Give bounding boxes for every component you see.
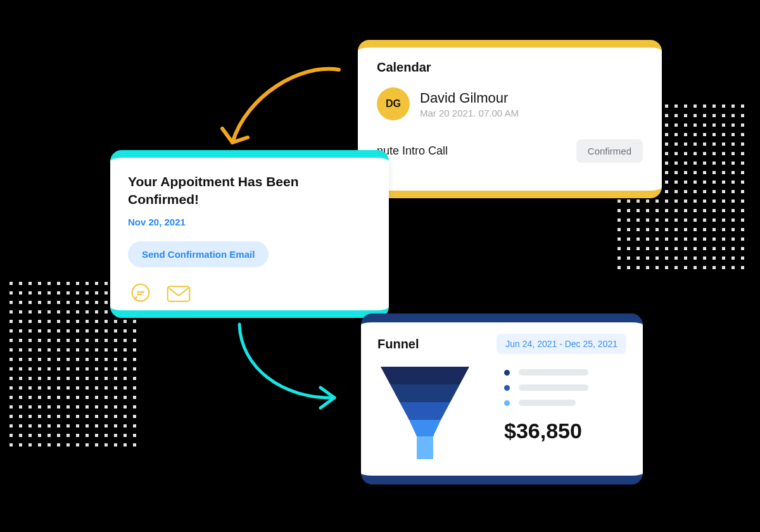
legend-dot-icon [504, 370, 510, 376]
legend-dot-icon [504, 385, 510, 391]
email-icon[interactable] [166, 281, 191, 307]
arrow-cyan-icon [228, 317, 355, 418]
calendar-contact: DG David Gilmour Mar 20 2021. 07.00 AM [377, 87, 643, 120]
send-confirmation-button[interactable]: Send Confirmation Email [128, 241, 269, 267]
legend-item [504, 369, 626, 376]
legend-item [504, 400, 626, 406]
contact-name: David Gilmour [420, 90, 519, 106]
legend-dot-icon [504, 400, 510, 406]
appointment-card: Your Appoitment Has Been Confirmed! Nov … [110, 150, 389, 318]
date-range-picker[interactable]: Jun 24, 2021 - Dec 25, 2021 [497, 334, 626, 354]
funnel-chart-icon [377, 367, 472, 468]
svg-marker-4 [381, 367, 469, 384]
chat-icon[interactable] [128, 281, 153, 307]
funnel-card: Funnel Jun 24, 2021 - Dec 25, 2021 $3 [361, 314, 643, 484]
svg-marker-5 [390, 384, 460, 402]
avatar: DG [377, 87, 410, 120]
svg-rect-3 [168, 286, 190, 301]
appointment-date: Nov 20, 2021 [128, 217, 371, 227]
status-badge: Confirmed [576, 139, 643, 163]
svg-rect-8 [417, 436, 433, 459]
arrow-orange-icon [212, 60, 352, 162]
contact-datetime: Mar 20 2021. 07.00 AM [420, 108, 519, 118]
appointment-title: Your Appoitment Has Been Confirmed! [128, 173, 371, 209]
funnel-title: Funnel [377, 337, 419, 352]
calendar-card: Calendar DG David Gilmour Mar 20 2021. 0… [358, 40, 662, 198]
funnel-amount: $36,850 [504, 419, 626, 443]
svg-marker-6 [400, 402, 450, 420]
legend-item [504, 384, 626, 391]
calendar-title: Calendar [377, 60, 643, 75]
svg-marker-7 [409, 420, 441, 436]
